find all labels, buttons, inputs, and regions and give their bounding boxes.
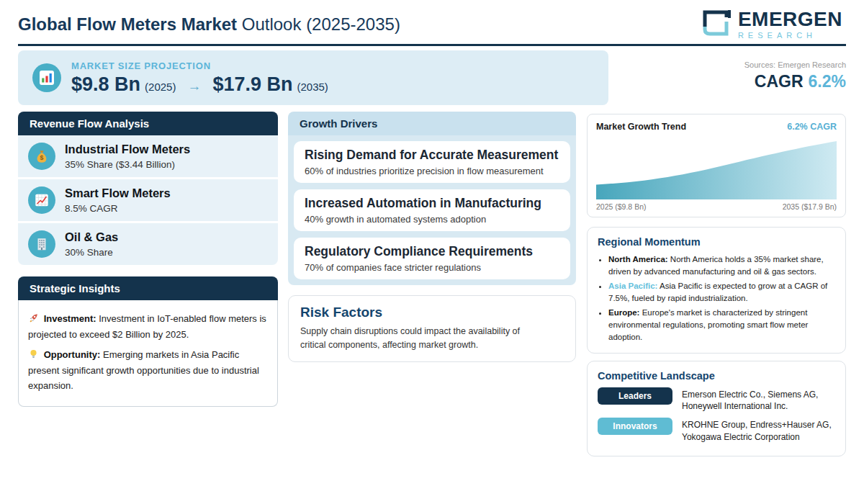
revenue-item-text: Industrial Flow Meters 35% Share ($3.44 … bbox=[65, 143, 190, 170]
growth-drivers-panel: Growth Drivers Rising Demand for Accurat… bbox=[288, 112, 576, 285]
list-item: Rising Demand for Accurate Measurement 6… bbox=[294, 141, 570, 183]
cagr-line: CAGR6.2% bbox=[744, 72, 846, 91]
banner-values: $9.8 Bn (2025) → $17.9 Bn (2035) bbox=[71, 73, 328, 96]
list-item: Increased Automation in Manufacturing 40… bbox=[294, 189, 570, 231]
list-item: Opportunity: Emerging markets in Asia Pa… bbox=[28, 348, 268, 392]
revenue-item-subtitle: 8.5% CAGR bbox=[65, 203, 171, 214]
risk-factors-title: Risk Factors bbox=[300, 305, 564, 320]
growth-driver-subtitle: 70% of companies face stricter regulatio… bbox=[305, 262, 559, 273]
revenue-item-title: Oil & Gas bbox=[65, 230, 118, 245]
list-item: $ Industrial Flow Meters 35% Share ($3.4… bbox=[18, 135, 278, 177]
market-size-banner: MARKET SIZE PROJECTION $9.8 Bn (2025) → … bbox=[18, 50, 608, 105]
growth-drivers-header: Growth Drivers bbox=[288, 112, 576, 135]
leaders-badge: Leaders bbox=[598, 387, 672, 405]
banner-side-stats: Sources: Emergen Research CAGR6.2% bbox=[744, 60, 846, 91]
trend-axis-labels: 2025 ($9.8 Bn) 2035 ($17.9 Bn) bbox=[596, 202, 837, 211]
regional-list: North America: North America holds a 35%… bbox=[598, 253, 835, 343]
growth-drivers-body: Rising Demand for Accurate Measurement 6… bbox=[288, 135, 576, 285]
revenue-item-text: Oil & Gas 30% Share bbox=[65, 230, 118, 258]
innovators-companies: KROHNE Group, Endress+Hauser AG, Yokogaw… bbox=[682, 418, 835, 442]
list-item: Oil & Gas 30% Share bbox=[18, 223, 278, 265]
bulb-icon bbox=[28, 348, 39, 364]
cagr-value: 6.2% bbox=[809, 72, 846, 91]
trend-title: Market Growth Trend bbox=[596, 122, 686, 132]
list-item: Asia Pacific: Asia Pacific is expected t… bbox=[608, 280, 835, 305]
revenue-items: $ Industrial Flow Meters 35% Share ($3.4… bbox=[18, 135, 278, 265]
banner-text-block: MARKET SIZE PROJECTION $9.8 Bn (2025) → … bbox=[71, 60, 328, 96]
emergen-research-logo: EMERGEN RESEARCH bbox=[698, 6, 842, 43]
revenue-item-subtitle: 30% Share bbox=[65, 247, 118, 258]
list-item: North America: North America holds a 35%… bbox=[608, 253, 835, 278]
list-item: Europe: Europe's market is characterized… bbox=[608, 307, 835, 343]
page-title-sub: Outlook (2025-2035) bbox=[237, 14, 400, 34]
bar-chart-icon bbox=[32, 63, 61, 92]
region-label: North America: bbox=[608, 255, 668, 264]
competitive-landscape-card: Competitive Landscape Leaders Emerson El… bbox=[587, 361, 846, 456]
area-chart bbox=[596, 138, 837, 199]
innovators-badge: Innovators bbox=[598, 418, 672, 435]
revenue-item-title: Smart Flow Meters bbox=[65, 186, 171, 201]
risk-factors-card: Risk Factors Supply chain disruptions co… bbox=[288, 295, 576, 362]
revenue-panel-header: Revenue Flow Analysis bbox=[18, 112, 278, 135]
year-2025: (2025) bbox=[145, 81, 176, 93]
strategic-panel-header: Strategic Insights bbox=[18, 276, 278, 300]
page-title: Global Flow Meters Market Outlook (2025-… bbox=[18, 14, 400, 35]
middle-column: Growth Drivers Rising Demand for Accurat… bbox=[288, 112, 576, 362]
revenue-flow-analysis-panel: Revenue Flow Analysis $ Industrial Flow … bbox=[18, 112, 278, 265]
page-title-main: Global Flow Meters Market bbox=[18, 14, 237, 34]
market-size-2025: $9.8 Bn bbox=[71, 73, 140, 96]
svg-text:$: $ bbox=[40, 154, 44, 161]
insight-label: Investment: bbox=[44, 313, 96, 324]
cagr-label: CAGR bbox=[755, 72, 804, 91]
line-chart-icon bbox=[28, 186, 55, 214]
sources-note: Sources: Emergen Research bbox=[744, 60, 846, 69]
list-item: Regulatory Compliance Requirements 70% o… bbox=[294, 238, 570, 279]
logo-subtitle: RESEARCH bbox=[738, 32, 842, 40]
growth-driver-subtitle: 60% of industries prioritize precision i… bbox=[305, 166, 559, 176]
money-bag-icon: $ bbox=[28, 143, 55, 170]
regional-momentum-title: Regional Momentum bbox=[598, 236, 835, 248]
market-growth-trend-card: Market Growth Trend 6.2% CAGR 2025 ($9.8… bbox=[587, 114, 846, 217]
list-item: Leaders Emerson Electric Co., Siemens AG… bbox=[598, 387, 835, 412]
trend-header: Market Growth Trend 6.2% CAGR bbox=[596, 122, 837, 132]
rocket-icon bbox=[28, 312, 39, 328]
revenue-item-subtitle: 35% Share ($3.44 Billion) bbox=[65, 159, 190, 170]
revenue-item-title: Industrial Flow Meters bbox=[65, 143, 190, 157]
competitive-landscape-title: Competitive Landscape bbox=[598, 370, 835, 382]
logo-name: EMERGEN bbox=[738, 9, 842, 30]
list-item: Innovators KROHNE Group, Endress+Hauser … bbox=[598, 418, 835, 442]
list-item: Smart Flow Meters 8.5% CAGR bbox=[18, 179, 278, 221]
trend-cagr-badge: 6.2% CAGR bbox=[787, 122, 837, 132]
market-size-2035: $17.9 Bn bbox=[212, 73, 292, 96]
title-divider bbox=[18, 44, 846, 46]
year-2035: (2035) bbox=[297, 81, 328, 93]
strategic-insights-panel: Strategic Insights Investment: Investmen… bbox=[18, 276, 278, 407]
strategic-panel-body: Investment: Investment in IoT-enabled fl… bbox=[18, 300, 278, 407]
growth-driver-subtitle: 40% growth in automated systems adoption bbox=[305, 214, 559, 225]
arrow-right-icon: → bbox=[187, 78, 201, 94]
trend-label-start: 2025 ($9.8 Bn) bbox=[596, 202, 646, 211]
leaders-companies: Emerson Electric Co., Siemens AG, Honeyw… bbox=[682, 387, 835, 412]
building-icon bbox=[28, 230, 55, 258]
emergen-square-logo-icon bbox=[698, 6, 732, 43]
growth-driver-title: Regulatory Compliance Requirements bbox=[305, 244, 559, 259]
banner-label: MARKET SIZE PROJECTION bbox=[71, 60, 328, 71]
insight-label: Opportunity: bbox=[44, 349, 101, 360]
growth-driver-title: Rising Demand for Accurate Measurement bbox=[305, 148, 559, 163]
regional-momentum-card: Regional Momentum North America: North A… bbox=[587, 227, 846, 354]
region-label: Europe: bbox=[608, 308, 639, 317]
logo-text: EMERGEN RESEARCH bbox=[738, 9, 842, 40]
list-item: Investment: Investment in IoT-enabled fl… bbox=[28, 312, 268, 342]
right-column: Market Growth Trend 6.2% CAGR 2025 ($9.8… bbox=[587, 114, 846, 456]
revenue-item-text: Smart Flow Meters 8.5% CAGR bbox=[65, 186, 171, 214]
trend-label-end: 2035 ($17.9 Bn) bbox=[783, 202, 837, 211]
left-column: Revenue Flow Analysis $ Industrial Flow … bbox=[18, 112, 278, 407]
risk-factors-text: Supply chain disruptions could impact th… bbox=[300, 325, 538, 353]
region-label: Asia Pacific: bbox=[608, 282, 657, 290]
growth-driver-title: Increased Automation in Manufacturing bbox=[305, 196, 559, 211]
